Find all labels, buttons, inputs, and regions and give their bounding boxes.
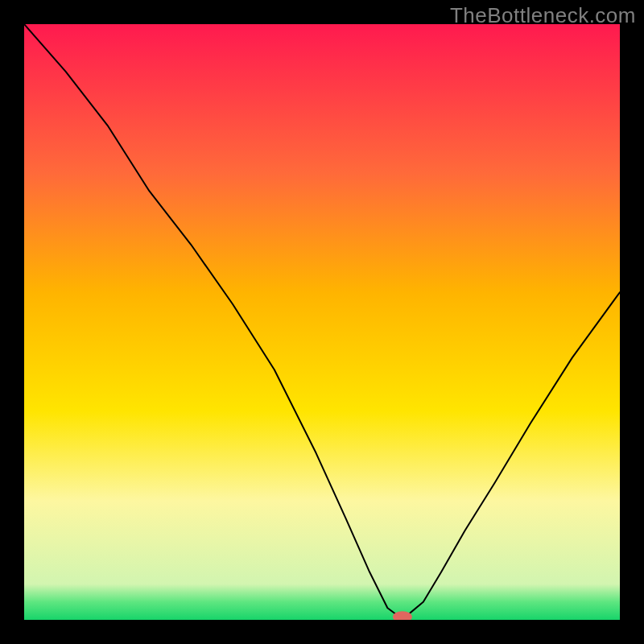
gradient-background [24, 24, 620, 620]
bottleneck-chart [24, 24, 620, 620]
chart-frame: TheBottleneck.com [0, 0, 644, 644]
plot-area [24, 24, 620, 620]
